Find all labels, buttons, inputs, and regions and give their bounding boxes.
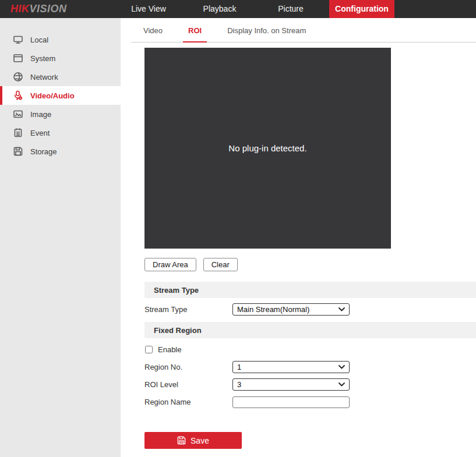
sidebar-item-image[interactable]: Image xyxy=(0,105,121,123)
stream-type-selected-value: Main Stream(Normal) xyxy=(237,305,339,314)
roi-level-select[interactable]: 3 xyxy=(232,378,350,391)
tab-roi[interactable]: ROI xyxy=(183,26,207,42)
nav-configuration[interactable]: Configuration xyxy=(329,0,394,18)
hikvision-config-page: HIKVISION Live View Playback Picture Con… xyxy=(0,0,476,457)
nav-live-view[interactable]: Live View xyxy=(116,0,181,18)
logo-hik-text: HIK xyxy=(10,3,30,15)
save-button-label: Save xyxy=(191,436,209,445)
region-no-row: Region No. 1 xyxy=(144,361,476,373)
save-button[interactable]: Save xyxy=(144,432,242,449)
mic-av-icon xyxy=(13,90,23,101)
main-content: Video ROI Display Info. on Stream No plu… xyxy=(121,18,476,457)
globe-icon xyxy=(13,72,23,82)
fixed-region-section-title: Fixed Region xyxy=(154,326,202,335)
chevron-down-icon xyxy=(339,307,345,311)
draw-area-button[interactable]: Draw Area xyxy=(144,258,196,271)
roi-level-row: ROI Level 3 xyxy=(144,378,476,391)
sidebar-item-label: Image xyxy=(30,110,51,119)
event-notepad-icon xyxy=(13,127,23,138)
sidebar-item-label: Storage xyxy=(30,147,57,156)
nav-playback[interactable]: Playback xyxy=(187,0,252,18)
monitor-icon xyxy=(13,34,23,45)
save-floppy-icon xyxy=(177,436,186,445)
draw-toolbar: Draw Area Clear xyxy=(144,258,476,271)
save-row: Save xyxy=(144,432,476,449)
sidebar-item-local[interactable]: Local xyxy=(0,30,121,49)
top-nav: Live View Playback Picture Configuration xyxy=(116,0,394,18)
image-icon xyxy=(13,109,23,119)
stream-type-label: Stream Type xyxy=(144,305,232,314)
sidebar-item-event[interactable]: Event xyxy=(0,123,121,142)
nav-picture[interactable]: Picture xyxy=(258,0,323,18)
sidebar-item-label: Network xyxy=(30,73,58,82)
clear-button[interactable]: Clear xyxy=(203,258,238,271)
enable-checkbox[interactable] xyxy=(145,346,153,353)
sidebar-item-system[interactable]: System xyxy=(0,49,121,68)
hikvision-logo: HIKVISION xyxy=(10,0,67,18)
storage-floppy-icon xyxy=(13,146,23,157)
roi-level-selected-value: 3 xyxy=(237,380,339,389)
sidebar-item-label: Video/Audio xyxy=(30,91,75,100)
enable-row: Enable xyxy=(144,343,476,356)
no-plugin-message: No plug-in detected. xyxy=(228,143,306,153)
sidebar-item-storage[interactable]: Storage xyxy=(0,142,121,161)
region-name-row: Region Name xyxy=(144,396,476,408)
stream-type-section-title: Stream Type xyxy=(154,286,199,295)
region-no-label: Region No. xyxy=(144,363,232,371)
sidebar-item-label: Event xyxy=(30,129,50,137)
chevron-down-icon xyxy=(339,382,345,387)
top-bar: HIKVISION Live View Playback Picture Con… xyxy=(0,0,476,18)
sidebar-item-video-audio[interactable]: Video/Audio xyxy=(0,86,121,105)
region-no-select[interactable]: 1 xyxy=(232,361,350,373)
window-icon xyxy=(13,53,23,63)
roi-settings-panel: No plug-in detected. Draw Area Clear Str… xyxy=(121,48,476,449)
roi-level-label: ROI Level xyxy=(144,380,232,389)
tab-bar: Video ROI Display Info. on Stream xyxy=(131,18,476,42)
fixed-region-section-header: Fixed Region xyxy=(144,322,476,338)
sidebar: Local System Network xyxy=(0,18,121,457)
enable-label: Enable xyxy=(158,345,181,354)
region-name-label: Region Name xyxy=(144,398,232,406)
stream-type-section-header: Stream Type xyxy=(144,282,476,298)
sidebar-item-label: System xyxy=(30,54,55,63)
stream-type-row: Stream Type Main Stream(Normal) xyxy=(144,303,476,316)
region-no-selected-value: 1 xyxy=(237,363,339,371)
video-preview-area: No plug-in detected. xyxy=(144,48,391,249)
region-name-input[interactable] xyxy=(232,396,350,408)
chevron-down-icon xyxy=(339,365,345,369)
tab-display-info-on-stream[interactable]: Display Info. on Stream xyxy=(222,26,311,42)
sidebar-item-label: Local xyxy=(30,36,48,44)
tab-video[interactable]: Video xyxy=(138,26,168,42)
stream-type-select[interactable]: Main Stream(Normal) xyxy=(232,303,350,316)
sidebar-item-network[interactable]: Network xyxy=(0,68,121,86)
logo-vision-text: VISION xyxy=(30,3,67,15)
